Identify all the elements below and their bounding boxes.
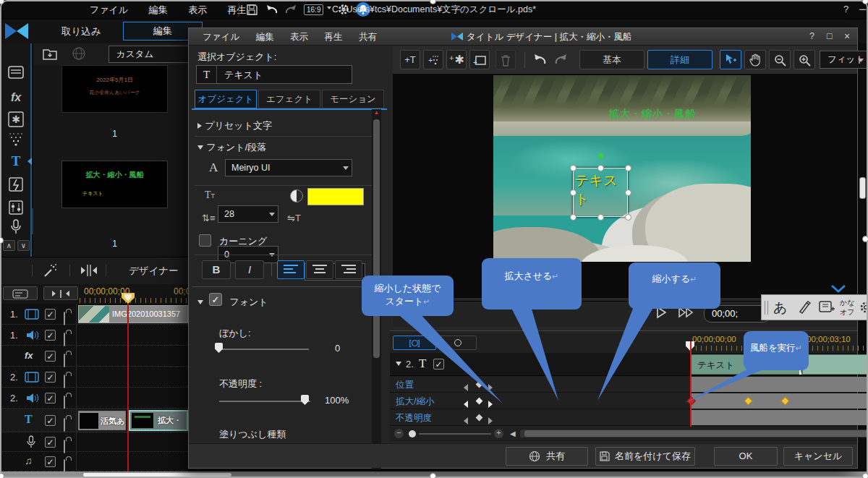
kf-hscrollbar[interactable] — [520, 430, 868, 438]
horizontal-scrollbar-thumb[interactable] — [83, 473, 231, 477]
download-templates-icon[interactable] — [71, 46, 87, 61]
blur-slider-thumb[interactable] — [215, 343, 223, 353]
selection-handle-n[interactable] — [597, 165, 604, 171]
main-minimize-button[interactable]: ─ — [859, 4, 866, 14]
basic-mode-button[interactable]: 基本 — [579, 50, 644, 69]
align-right-button[interactable] — [335, 260, 362, 279]
dialog-maximize-button[interactable]: □ — [827, 31, 833, 41]
timeline-zoom-in-icon[interactable]: + — [494, 429, 503, 438]
stop-icon[interactable] — [631, 307, 642, 317]
track-lock-icon[interactable] — [64, 396, 65, 409]
font-section-header[interactable]: ✓フォント — [197, 295, 268, 309]
pan-tool-button[interactable] — [744, 50, 766, 69]
tab-object[interactable]: オブジェクト — [195, 90, 257, 108]
italic-button[interactable]: I — [235, 260, 264, 279]
preview-area[interactable]: 拡大・縮小・風船 テキスト — [393, 74, 857, 298]
font-color-swatch[interactable] — [307, 188, 364, 205]
ime-toolbar[interactable]: あ かなオフ — [761, 294, 868, 320]
track-row-title[interactable]: T ✓ 活気あ 拡大・ — [0, 409, 188, 432]
track-row-music[interactable]: ♫ ✓ — [0, 452, 188, 471]
ok-button[interactable]: OK — [714, 447, 778, 466]
clock-button[interactable] — [439, 336, 477, 350]
dialog-menu-view[interactable]: 表示 — [284, 28, 315, 46]
align-center-button[interactable] — [306, 260, 333, 279]
kf-row-scale[interactable]: 拡大/縮小 — [390, 393, 857, 409]
prev-keyframe-arrow-icon[interactable] — [464, 414, 468, 427]
scroll-up-arrow-icon[interactable]: ▲ — [372, 109, 381, 117]
kerning-checkbox[interactable] — [199, 234, 211, 247]
tab-import[interactable]: 取り込み — [61, 25, 101, 38]
track-enable-checkbox[interactable]: ✓ — [45, 330, 56, 341]
font-paragraph-section-header[interactable]: フォント/段落 — [197, 140, 266, 154]
track-enable-checkbox[interactable]: ✓ — [45, 372, 56, 383]
opacity-slider[interactable] — [219, 401, 310, 402]
text-selection-box[interactable]: テキスト — [573, 168, 628, 217]
add-keyframe-diamond-icon[interactable] — [476, 398, 483, 405]
next-keyframe-arrow-icon[interactable] — [488, 381, 493, 394]
dialog-menu-play[interactable]: 再生 — [318, 28, 349, 46]
track-lock-icon[interactable] — [64, 418, 65, 432]
dialog-close-button[interactable]: × — [844, 30, 850, 42]
title-clip-1[interactable]: 活気あ — [78, 411, 126, 430]
track-enable-checkbox[interactable]: ✓ — [45, 415, 56, 426]
resize-handle-e[interactable] — [862, 236, 868, 242]
page-scrollbar-thumb[interactable] — [859, 177, 866, 199]
zoom-in-icon[interactable] — [793, 50, 815, 69]
tab-motion[interactable]: モーション — [322, 90, 384, 108]
ime-collapse-chevron[interactable] — [829, 283, 848, 294]
font-size-select[interactable]: 28 — [218, 205, 278, 223]
track-lock-icon[interactable] — [64, 375, 65, 388]
timeline-zoom-slider-thumb[interactable] — [409, 430, 416, 438]
add-effect-button[interactable]: ⁺✱ — [446, 50, 467, 69]
add-keyframe-diamond-icon[interactable] — [476, 414, 483, 422]
align-left-button[interactable] — [277, 260, 305, 279]
font-family-select[interactable]: Meiryo UI — [225, 159, 352, 176]
font-section-checkbox[interactable]: ✓ — [209, 293, 222, 306]
transition-room-icon[interactable]: ✱ — [6, 110, 26, 129]
library-item-thumbnail[interactable]: 2022年5月1日 花小金井んあいパーク — [61, 65, 168, 113]
keyframe-mode-button[interactable]: [] — [393, 336, 436, 350]
next-keyframe-arrow-icon[interactable] — [488, 414, 493, 427]
rotate-handle[interactable] — [598, 153, 603, 158]
voiceover-room-icon[interactable] — [6, 218, 26, 237]
bold-button[interactable]: B — [202, 260, 231, 279]
ime-kana-toggle[interactable]: かなオフ — [840, 298, 854, 317]
mixing-room-icon[interactable] — [6, 198, 26, 217]
dialog-title-bar[interactable]: ファイル 編集 表示 再生 共有 タイトル デザイナー | 拡大・縮小・風船 ?… — [189, 28, 857, 46]
track-row-video2[interactable]: 2. ✓ — [0, 367, 188, 388]
title-room-icon[interactable]: T — [6, 152, 26, 171]
kf-playhead-line[interactable] — [690, 341, 692, 427]
kf-row-opacity[interactable]: 不透明度 — [390, 410, 857, 426]
panel-scrollbar-thumb[interactable] — [373, 119, 380, 358]
share-button[interactable]: 共有 — [506, 447, 588, 466]
subtitle-room-icon[interactable] — [6, 175, 26, 194]
resize-handle-se[interactable] — [862, 473, 868, 478]
delete-object-button[interactable] — [495, 50, 516, 69]
fit-zoom-select[interactable]: フィット — [820, 51, 867, 69]
razor-tool-button[interactable] — [43, 286, 78, 300]
scroll-up-rooms-button[interactable]: ∧ — [3, 240, 15, 251]
particle-room-icon[interactable] — [6, 130, 26, 149]
preset-section-header[interactable]: プリセット文字 — [197, 119, 272, 132]
color-mode-icon[interactable] — [290, 189, 303, 202]
track-enable-checkbox[interactable]: ✓ — [45, 351, 56, 362]
ime-mode-indicator[interactable]: あ — [773, 299, 787, 317]
save-as-button[interactable]: 名前を付けて保存 — [595, 447, 695, 466]
ime-tools-icon[interactable] — [796, 299, 812, 315]
preview-title-overlay[interactable]: 拡大・縮小・風船 — [609, 108, 696, 121]
track-enable-checkbox[interactable]: ✓ — [45, 456, 56, 467]
track-row-video1[interactable]: 1. ✓ IMG202010031357 — [0, 304, 188, 325]
timeline-zoom-out-icon[interactable]: − — [394, 429, 404, 438]
selection-handle-w[interactable] — [570, 189, 576, 196]
playhead-line[interactable] — [127, 304, 129, 471]
zoom-out-icon[interactable] — [769, 50, 791, 69]
kf-row-position[interactable]: 位置 — [390, 377, 857, 393]
blur-slider[interactable] — [216, 349, 309, 350]
track-enable-checkbox[interactable]: ✓ — [45, 437, 56, 448]
add-shape-button[interactable]: + — [469, 50, 490, 69]
dialog-redo-icon[interactable] — [553, 52, 569, 67]
selection-handle-sw[interactable] — [570, 214, 576, 221]
preview-selected-text[interactable]: テキスト — [575, 171, 627, 209]
ime-settings-gear-icon[interactable] — [859, 300, 868, 315]
track-lock-icon[interactable] — [64, 312, 65, 325]
